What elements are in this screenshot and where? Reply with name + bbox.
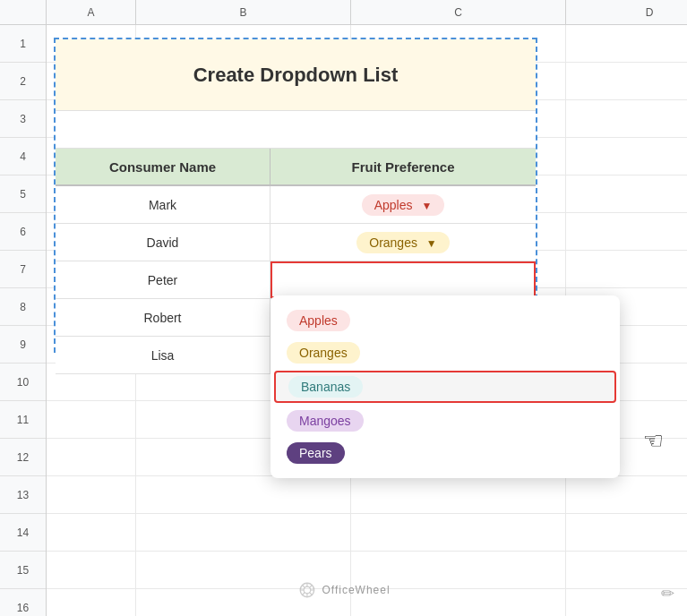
watermark: OfficeWheel — [296, 580, 390, 600]
row-num-5: 5 — [0, 175, 46, 213]
cell-lisa-name[interactable]: Lisa — [56, 337, 271, 373]
svg-line-8 — [309, 585, 312, 587]
cell-robert-name[interactable]: Robert — [56, 299, 271, 336]
cell-peter-fruit[interactable] — [271, 261, 536, 298]
row-num-16: 16 — [0, 589, 46, 616]
row-num-4: 4 — [0, 138, 46, 175]
col-header-b[interactable]: B — [136, 0, 351, 24]
empty-row-3[interactable] — [56, 111, 536, 149]
col-header-a[interactable]: A — [47, 0, 136, 24]
row-num-header — [0, 0, 46, 25]
svg-line-6 — [302, 585, 305, 587]
col-header-fruit: Fruit Preference — [271, 149, 536, 184]
row-num-15: 15 — [0, 552, 46, 589]
svg-line-7 — [309, 592, 312, 595]
row-num-13: 13 — [0, 476, 46, 514]
cell-david-name[interactable]: David — [56, 224, 271, 261]
table-header-row: Consumer Name Fruit Preference — [56, 149, 536, 186]
row-num-2: 2 — [0, 63, 46, 100]
dropdown-item-oranges[interactable]: Oranges — [271, 337, 620, 369]
row-numbers-column: 1 2 3 4 5 6 7 8 9 10 11 12 13 14 15 16 1… — [0, 0, 47, 616]
data-row-peter: Peter — [56, 261, 536, 299]
dropdown-chip-bananas: Bananas — [288, 376, 363, 398]
fruit-chip-apples[interactable]: Apples ▼ — [362, 194, 445, 216]
dropdown-chip-oranges: Oranges — [287, 342, 360, 364]
row-num-1: 1 — [0, 25, 46, 63]
col-header-d[interactable]: D — [566, 0, 687, 24]
row-num-14: 14 — [0, 514, 46, 552]
officewheel-logo — [296, 580, 316, 600]
col-header-consumer: Consumer Name — [56, 149, 271, 184]
dropdown-chip-pears: Pears — [287, 442, 345, 464]
row-num-3: 3 — [0, 100, 46, 138]
dropdown-chip-apples: Apples — [287, 310, 350, 331]
dropdown-item-bananas[interactable]: Bananas — [274, 371, 616, 403]
cell-david-fruit[interactable]: Oranges ▼ — [271, 224, 536, 261]
cell-peter-name[interactable]: Peter — [56, 261, 271, 298]
fruit-chip-oranges[interactable]: Oranges ▼ — [356, 232, 449, 253]
row-num-6: 6 — [0, 213, 46, 251]
cell-mark-name[interactable]: Mark — [56, 186, 271, 223]
spreadsheet: 1 2 3 4 5 6 7 8 9 10 11 12 13 14 15 16 1… — [0, 0, 687, 616]
cursor-hand-icon: ☞ — [643, 427, 664, 455]
row-num-8: 8 — [0, 288, 46, 326]
row-num-11: 11 — [0, 401, 46, 439]
column-headers: A B C D — [47, 0, 687, 25]
row-num-9: 9 — [0, 326, 46, 364]
data-row-david: David Oranges ▼ — [56, 224, 536, 261]
svg-line-9 — [302, 592, 305, 595]
row-num-10: 10 — [0, 364, 46, 401]
row-num-12: 12 — [0, 439, 46, 476]
col-header-c[interactable]: C — [351, 0, 566, 24]
edit-pencil-icon[interactable]: ✏ — [661, 584, 674, 603]
title-cell: Create Dropdown List — [56, 39, 536, 111]
dropdown-item-pears[interactable]: Pears — [271, 437, 620, 469]
spreadsheet-title: Create Dropdown List — [193, 64, 399, 87]
dropdown-item-mangoes[interactable]: Mangoes — [271, 405, 620, 437]
row-num-7: 7 — [0, 251, 46, 288]
dropdown-arrow-oranges: ▼ — [426, 237, 437, 250]
dropdown-popup[interactable]: Apples Oranges Bananas Mangoes Pears — [271, 295, 620, 478]
cell-mark-fruit[interactable]: Apples ▼ — [271, 186, 536, 223]
dropdown-item-apples[interactable]: Apples — [271, 304, 620, 337]
dropdown-arrow-apples: ▼ — [421, 200, 432, 212]
data-row-mark: Mark Apples ▼ — [56, 186, 536, 224]
dropdown-chip-mangoes: Mangoes — [287, 410, 364, 432]
